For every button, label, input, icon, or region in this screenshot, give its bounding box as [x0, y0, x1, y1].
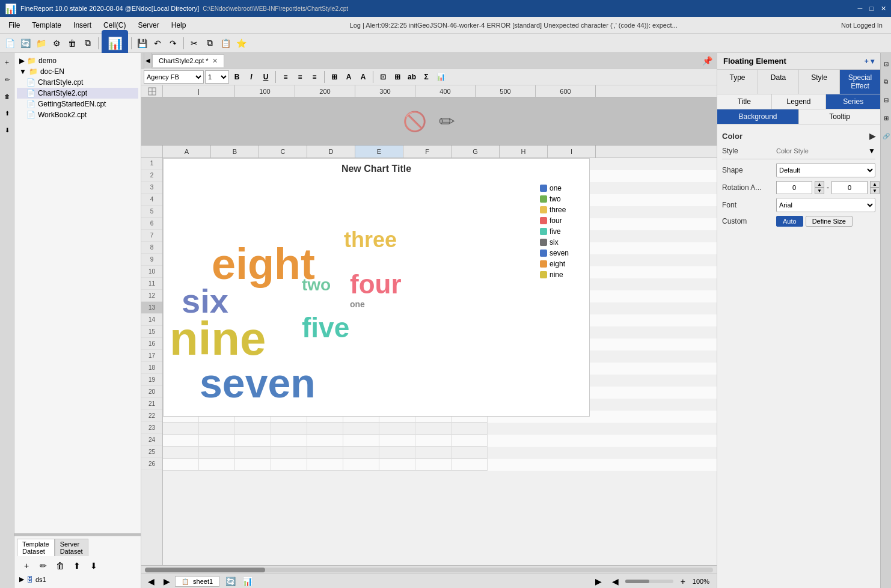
- grid-cell[interactable]: [235, 459, 271, 471]
- rotation-input2[interactable]: 0: [831, 181, 868, 194]
- grid-cell[interactable]: [199, 435, 235, 447]
- maximize-btn[interactable]: □: [869, 5, 874, 13]
- underline-btn[interactable]: U: [259, 70, 272, 84]
- auto-btn[interactable]: Auto: [776, 216, 803, 227]
- tree-item-workbook2[interactable]: 📄 WorkBook2.cpt: [17, 109, 138, 120]
- sheet-nav-left[interactable]: ◀: [144, 574, 158, 589]
- grid-cell[interactable]: [235, 435, 271, 447]
- sheet-btn-1[interactable]: 🔄: [223, 574, 237, 589]
- tab-close-btn[interactable]: ✕: [212, 57, 218, 65]
- grid-cell[interactable]: [452, 447, 488, 459]
- merge-btn[interactable]: ⊡: [376, 70, 390, 84]
- size-select[interactable]: 1: [205, 70, 229, 84]
- menu-help[interactable]: Help: [165, 19, 192, 32]
- wrap-btn[interactable]: ab: [405, 70, 418, 84]
- add-floating-btn[interactable]: + ▾: [865, 57, 874, 66]
- refresh-btn[interactable]: 🔄: [18, 36, 32, 51]
- italic-btn[interactable]: I: [245, 70, 258, 84]
- new-btn[interactable]: 📄: [2, 36, 17, 51]
- sidebar-icon-4[interactable]: ⬆: [0, 106, 14, 120]
- rp-icon-5[interactable]: 🔗: [879, 129, 892, 143]
- rp-icon-3[interactable]: ⊟: [879, 93, 892, 107]
- delete-btn[interactable]: 🗑: [65, 36, 79, 51]
- rp-icon-2[interactable]: ⧉: [879, 75, 892, 89]
- rotation-up2[interactable]: ▲: [870, 181, 880, 188]
- grid-cell[interactable]: [379, 435, 415, 447]
- grid-cell[interactable]: [163, 435, 199, 447]
- rotation-down1[interactable]: ▼: [815, 188, 824, 194]
- grid-cell[interactable]: [271, 459, 307, 471]
- grid-cell[interactable]: [235, 423, 271, 435]
- grid-cell[interactable]: [415, 423, 452, 435]
- zoom-slider-thumb[interactable]: [625, 580, 649, 583]
- ds-edit-btn[interactable]: ✏: [36, 559, 51, 573]
- grid-cell[interactable]: [452, 423, 488, 435]
- formula-btn[interactable]: Σ: [420, 70, 433, 84]
- grid-cell[interactable]: [415, 447, 452, 459]
- align-right-btn[interactable]: ≡: [308, 70, 321, 84]
- ds-tab-template[interactable]: TemplateDataset: [17, 539, 55, 556]
- panel-tab-special[interactable]: Special Effect: [840, 70, 880, 94]
- grid-cell[interactable]: [452, 435, 488, 447]
- ds-add-btn[interactable]: +: [19, 559, 34, 573]
- grid-cell[interactable]: [271, 447, 307, 459]
- grid-cell[interactable]: [343, 447, 379, 459]
- rotation-up1[interactable]: ▲: [815, 181, 824, 188]
- align-left-btn[interactable]: ≡: [279, 70, 292, 84]
- bold-btn[interactable]: B: [230, 70, 243, 84]
- sheet-nav-right[interactable]: ▶: [159, 574, 174, 589]
- grid-cell[interactable]: [343, 435, 379, 447]
- grid-cell[interactable]: [343, 459, 379, 471]
- menu-template[interactable]: Template: [26, 19, 67, 32]
- sheet-content[interactable]: A B C D E F G H I: [163, 145, 717, 565]
- cut-btn[interactable]: ✂: [187, 36, 201, 51]
- folder-btn[interactable]: 📁: [34, 36, 48, 51]
- settings-btn[interactable]: ⚙: [49, 36, 64, 51]
- tree-item-chartstyle[interactable]: 📄 ChartStyle.cpt: [17, 77, 138, 88]
- grid-cell[interactable]: [307, 459, 343, 471]
- sheet-btn-2[interactable]: 📊: [240, 574, 254, 589]
- merge2-btn[interactable]: ⊞: [391, 70, 404, 84]
- copy-btn[interactable]: ⧉: [203, 36, 217, 51]
- format-copy-btn[interactable]: ⭐: [234, 36, 248, 51]
- tab-chartstyle2[interactable]: ChartStyle2.cpt * ✕: [152, 54, 224, 67]
- grid-cell[interactable]: [235, 447, 271, 459]
- grid-cell[interactable]: [379, 459, 415, 471]
- ds-import-btn[interactable]: ⬆: [70, 559, 84, 573]
- grid-cell[interactable]: [163, 423, 199, 435]
- panel-tab2-series[interactable]: Series: [826, 94, 880, 109]
- zoom-slider-track[interactable]: [625, 580, 673, 583]
- grid-cell[interactable]: [307, 423, 343, 435]
- menu-insert[interactable]: Insert: [67, 19, 97, 32]
- rp-icon-1[interactable]: ⊡: [879, 57, 892, 71]
- panel-tab3-background[interactable]: Background: [717, 109, 799, 124]
- login-status[interactable]: Not Logged In: [835, 19, 889, 31]
- scroll-track[interactable]: [145, 568, 713, 572]
- ds-tab-server[interactable]: ServerDataset: [55, 539, 88, 556]
- panel-tab3-tooltip[interactable]: Tooltip: [799, 109, 880, 124]
- tree-item-doc-en[interactable]: ▼ 📁 doc-EN: [17, 66, 138, 77]
- tree-item-chartstyle2[interactable]: 📄 ChartStyle2.cpt: [17, 88, 138, 99]
- sidebar-icon-1[interactable]: +: [0, 55, 14, 70]
- rotation-down2[interactable]: ▼: [870, 188, 880, 194]
- copy2-btn[interactable]: ⧉: [81, 36, 95, 51]
- ds-export-btn[interactable]: ⬇: [87, 559, 101, 573]
- minimize-btn[interactable]: ─: [858, 5, 863, 13]
- sidebar-icon-3[interactable]: 🗑: [0, 89, 14, 103]
- grid-cell[interactable]: [163, 459, 199, 471]
- color-collapse-icon[interactable]: ▶: [869, 132, 875, 141]
- sidebar-icon-5[interactable]: ⬇: [0, 123, 14, 137]
- tree-item-gettingstarted[interactable]: 📄 GettingStartedEN.cpt: [17, 99, 138, 109]
- grid-cell[interactable]: [163, 447, 199, 459]
- grid-cell[interactable]: [271, 423, 307, 435]
- word-cloud-chart[interactable]: New Chart Title eightthreesixtwofouronen…: [163, 158, 590, 417]
- align-center-btn[interactable]: ≡: [293, 70, 307, 84]
- bg-color-btn[interactable]: A: [342, 70, 355, 84]
- redo-btn[interactable]: ↷: [166, 36, 180, 51]
- menu-server[interactable]: Server: [132, 19, 165, 32]
- grid-cell[interactable]: [271, 435, 307, 447]
- horizontal-scrollbar[interactable]: [141, 565, 717, 574]
- grid-cell[interactable]: [199, 459, 235, 471]
- grid-cell[interactable]: [307, 447, 343, 459]
- grid-cell[interactable]: [415, 459, 452, 471]
